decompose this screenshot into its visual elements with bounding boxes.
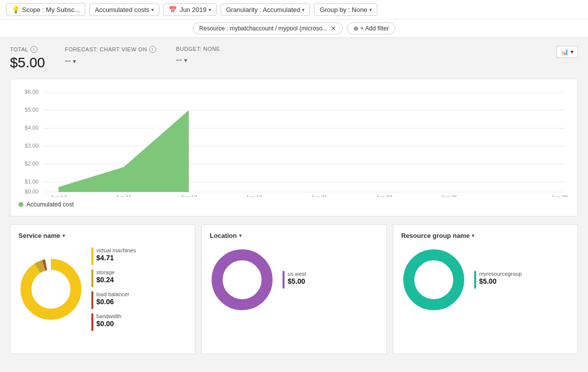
scope-filter[interactable]: 💡 Scope : My Subsc... bbox=[6, 3, 85, 16]
scope-label: Scope : bbox=[22, 6, 44, 13]
svg-text:$1.00: $1.00 bbox=[25, 179, 39, 185]
item-label: storage bbox=[96, 269, 115, 275]
chevron-down-icon: ▾ bbox=[571, 48, 574, 55]
svg-text:Jun 13: Jun 13 bbox=[50, 194, 67, 197]
item-value: $4.71 bbox=[96, 254, 136, 262]
item-label: virtual machines bbox=[96, 247, 136, 253]
scope-value: My Subsc... bbox=[46, 6, 80, 13]
resource-group-legend: myresourcegroup $5.00 bbox=[474, 271, 522, 289]
chevron-down-icon: ▾ bbox=[369, 7, 372, 12]
granularity-filter[interactable]: Granularity : Accumulated ▾ bbox=[221, 3, 310, 16]
resource-filter[interactable]: Resource : mybatchaccount / mypool (micr… bbox=[193, 22, 343, 34]
add-filter-button[interactable]: ⊕ + Add filter bbox=[347, 22, 395, 34]
svg-text:$5.00: $5.00 bbox=[25, 107, 39, 113]
service-name-legend: virtual machines $4.71 storage $0.24 bbox=[91, 247, 136, 331]
add-filter-label: + Add filter bbox=[360, 25, 389, 32]
color-bar bbox=[91, 313, 93, 331]
svg-text:Jun 19: Jun 19 bbox=[246, 194, 262, 197]
chart-legend: Accumulated cost bbox=[18, 201, 570, 208]
cost-chart: $6.00 $5.00 $4.00 $3.00 $2.00 $1.00 $0.0… bbox=[10, 79, 578, 216]
forecast-label: FORECAST: CHART VIEW ON bbox=[65, 46, 147, 52]
service-name-label: Service name bbox=[18, 232, 60, 239]
item-label: myresourcegroup bbox=[479, 271, 522, 277]
granularity-label: Granularity : Accumulated bbox=[226, 6, 300, 13]
chevron-down-icon: ▾ bbox=[472, 233, 474, 238]
legend-dot bbox=[18, 202, 23, 207]
filter-row-2: Resource : mybatchaccount / mypool (micr… bbox=[0, 19, 588, 37]
item-value: $0.06 bbox=[96, 298, 129, 306]
svg-text:Jun 30: Jun 30 bbox=[551, 194, 568, 197]
cards-row: Service name ▾ bbox=[10, 224, 578, 354]
total-value: $5.00 bbox=[10, 55, 45, 71]
location-donut bbox=[210, 247, 275, 312]
resource-group-card: Resource group name ▾ myresourcegroup bbox=[393, 224, 578, 354]
svg-point-28 bbox=[225, 262, 260, 297]
service-name-card: Service name ▾ bbox=[10, 224, 195, 354]
date-filter[interactable]: 📅 Jun 2019 ▾ bbox=[163, 3, 217, 16]
color-bar bbox=[91, 247, 93, 265]
date-label: Jun 2019 bbox=[180, 6, 207, 13]
chart-svg: $6.00 $5.00 $4.00 $3.00 $2.00 $1.00 $0.0… bbox=[18, 87, 570, 197]
service-name-body: virtual machines $4.71 storage $0.24 bbox=[18, 247, 187, 331]
legend-item: load balancer $0.06 bbox=[91, 291, 136, 309]
forecast-stat: FORECAST: CHART VIEW ON i -- ▾ bbox=[65, 46, 156, 66]
calendar-icon: 📅 bbox=[169, 6, 177, 13]
stats-row: TOTAL i $5.00 FORECAST: CHART VIEW ON i … bbox=[10, 46, 578, 71]
svg-text:Jun 17: Jun 17 bbox=[181, 194, 197, 197]
add-filter-icon: ⊕ bbox=[353, 25, 358, 32]
item-value: $5.00 bbox=[479, 277, 522, 285]
svg-point-26 bbox=[33, 272, 68, 307]
color-bar bbox=[91, 269, 93, 287]
resource-group-label: Resource group name bbox=[401, 232, 470, 239]
location-card: Location ▾ us west $5.00 bbox=[201, 224, 386, 354]
chevron-down-icon[interactable]: ▾ bbox=[184, 57, 187, 64]
legend-item: virtual machines $4.71 bbox=[91, 247, 136, 265]
item-value: $0.00 bbox=[96, 320, 121, 328]
svg-text:Jun 25: Jun 25 bbox=[441, 194, 458, 197]
resource-group-header[interactable]: Resource group name ▾ bbox=[401, 232, 570, 239]
main-content: TOTAL i $5.00 FORECAST: CHART VIEW ON i … bbox=[0, 38, 588, 362]
item-value: $0.24 bbox=[96, 276, 115, 284]
chevron-down-icon: ▾ bbox=[302, 7, 304, 12]
item-value: $5.00 bbox=[288, 277, 306, 285]
resource-group-donut bbox=[401, 247, 466, 312]
info-icon[interactable]: i bbox=[149, 46, 156, 53]
info-icon[interactable]: i bbox=[30, 46, 37, 53]
groupby-filter[interactable]: Group by : None ▾ bbox=[314, 3, 377, 16]
resource-label: Resource : mybatchaccount / mypool (micr… bbox=[199, 25, 327, 32]
accumulated-label: Accumulated costs bbox=[95, 6, 149, 13]
total-stat: TOTAL i $5.00 bbox=[10, 46, 45, 71]
legend-item: us west $5.00 bbox=[283, 271, 306, 289]
forecast-value: -- bbox=[65, 56, 71, 66]
chevron-down-icon: ▾ bbox=[151, 7, 154, 12]
svg-text:Jun 23: Jun 23 bbox=[376, 194, 392, 197]
legend-label: Accumulated cost bbox=[26, 201, 74, 208]
svg-text:$6.00: $6.00 bbox=[25, 89, 39, 95]
resource-group-body: myresourcegroup $5.00 bbox=[401, 247, 570, 312]
svg-text:$4.00: $4.00 bbox=[25, 125, 39, 131]
chevron-down-icon[interactable]: ▾ bbox=[73, 58, 76, 65]
chevron-down-icon: ▾ bbox=[209, 7, 211, 12]
location-body: us west $5.00 bbox=[210, 247, 378, 312]
location-legend: us west $5.00 bbox=[283, 271, 306, 289]
svg-text:$0.00: $0.00 bbox=[25, 188, 39, 194]
scope-icon: 💡 bbox=[11, 5, 20, 13]
budget-label: BUDGET: NONE bbox=[176, 46, 221, 52]
service-name-header[interactable]: Service name ▾ bbox=[18, 232, 187, 239]
color-bar bbox=[91, 291, 93, 309]
color-bar bbox=[474, 271, 476, 289]
budget-value: -- bbox=[176, 55, 182, 65]
total-label: TOTAL bbox=[10, 46, 28, 52]
accumulated-costs-filter[interactable]: Accumulated costs ▾ bbox=[89, 3, 159, 16]
export-chart-button[interactable]: 📊 ▾ bbox=[557, 46, 578, 58]
close-icon[interactable]: ✕ bbox=[330, 25, 336, 32]
chevron-down-icon: ▾ bbox=[239, 233, 242, 238]
color-bar bbox=[283, 271, 285, 289]
top-bar: 💡 Scope : My Subsc... Accumulated costs … bbox=[0, 0, 588, 38]
budget-stat: BUDGET: NONE -- ▾ bbox=[176, 46, 221, 65]
location-label: Location bbox=[210, 232, 237, 239]
chart-icon: 📊 bbox=[561, 48, 569, 55]
chevron-down-icon: ▾ bbox=[62, 233, 65, 238]
location-header[interactable]: Location ▾ bbox=[210, 232, 378, 239]
svg-text:Jun 15: Jun 15 bbox=[115, 194, 132, 197]
